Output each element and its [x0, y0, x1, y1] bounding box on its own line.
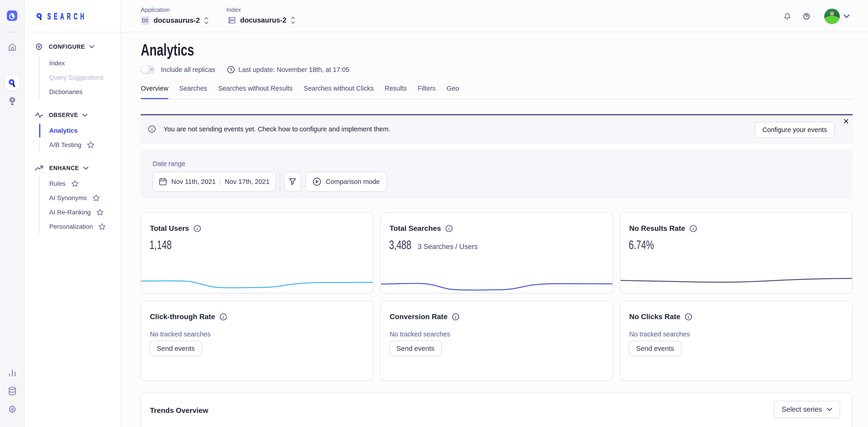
svg-text:SEARCH: SEARCH [48, 12, 87, 21]
